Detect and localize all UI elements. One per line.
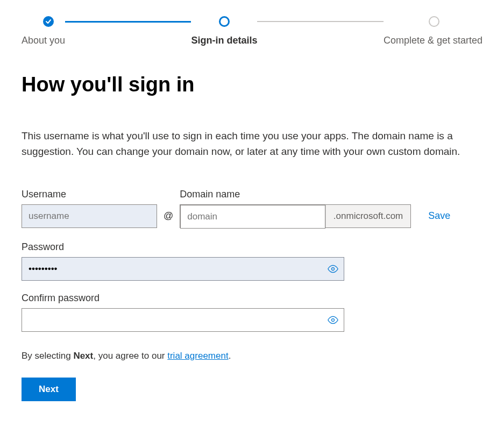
password-input[interactable] [22, 257, 344, 281]
circle-icon [219, 16, 230, 27]
at-symbol: @ [164, 210, 173, 228]
confirm-password-label: Confirm password [22, 293, 482, 304]
confirm-password-group: Confirm password [22, 293, 482, 332]
eye-icon[interactable] [327, 263, 339, 275]
step-label-about-you: About you [22, 35, 65, 46]
eye-icon[interactable] [327, 314, 339, 326]
step-line-2 [257, 21, 383, 22]
agreement-text: By selecting Next, you agree to our tria… [22, 351, 482, 361]
confirm-password-input[interactable] [22, 308, 344, 332]
confirm-password-wrapper [22, 308, 344, 332]
domain-label: Domain name [180, 189, 411, 200]
username-domain-row: Username @ Domain name .onmicrosoft.com … [22, 189, 482, 228]
password-wrapper [22, 257, 344, 281]
password-label: Password [22, 241, 482, 253]
stepper: About you Sign-in details Complete & get… [22, 16, 482, 46]
step-complete: Complete & get started [384, 16, 482, 46]
step-line-1 [65, 21, 191, 23]
trial-agreement-link[interactable]: trial agreement [167, 351, 228, 361]
agreement-middle: , you agree to our [93, 351, 167, 361]
domain-wrapper: .onmicrosoft.com [180, 204, 411, 228]
agreement-prefix: By selecting [22, 351, 73, 361]
step-signin-details: Sign-in details [191, 16, 257, 46]
username-label: Username [22, 189, 157, 200]
step-label-complete: Complete & get started [384, 35, 482, 46]
username-group: Username [22, 189, 157, 228]
circle-icon [429, 16, 439, 27]
page-description: This username is what you'll use to sign… [22, 129, 468, 159]
next-button[interactable]: Next [22, 378, 76, 401]
check-icon [43, 16, 54, 27]
agreement-bold: Next [73, 351, 93, 361]
svg-point-1 [332, 319, 335, 322]
domain-group: Domain name .onmicrosoft.com [180, 189, 411, 228]
svg-point-0 [332, 268, 335, 271]
agreement-suffix: . [229, 351, 231, 361]
username-input[interactable] [22, 204, 157, 228]
step-about-you: About you [22, 16, 65, 46]
step-label-signin: Sign-in details [191, 35, 257, 46]
password-group: Password [22, 241, 482, 281]
save-button[interactable]: Save [428, 210, 450, 228]
domain-input[interactable] [180, 205, 325, 229]
domain-suffix: .onmicrosoft.com [325, 205, 410, 227]
page-title: How you'll sign in [22, 73, 482, 96]
